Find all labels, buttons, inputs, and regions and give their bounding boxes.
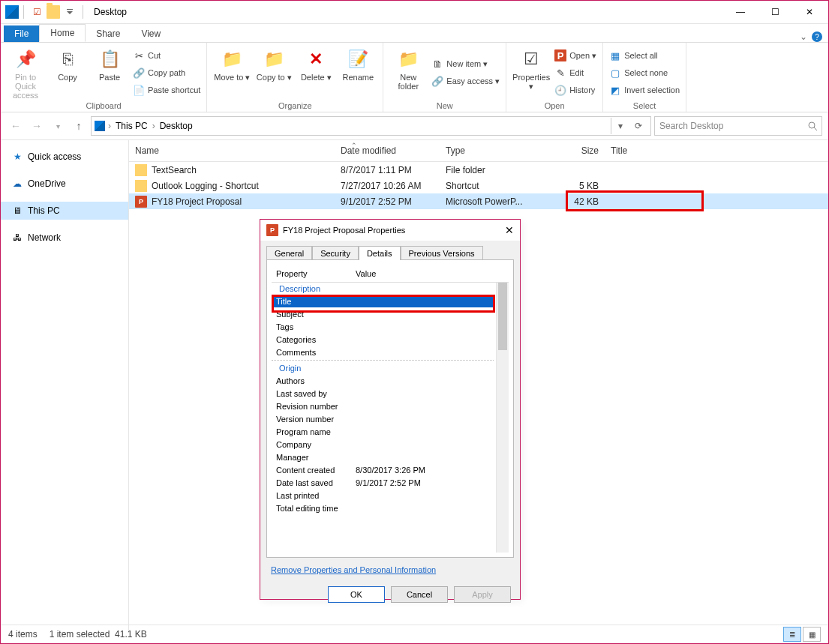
property-row[interactable]: Manager — [272, 451, 509, 463]
file-date: 9/1/2017 2:52 PM — [335, 196, 440, 207]
property-row[interactable]: Last saved by — [272, 387, 509, 400]
pin-to-quick-access-button[interactable]: 📌 Pin to Quick access — [7, 46, 44, 100]
folder-qat-icon[interactable] — [47, 5, 60, 19]
tab-details[interactable]: Details — [359, 246, 401, 260]
col-size[interactable]: Size — [540, 145, 605, 156]
col-title[interactable]: Title — [605, 145, 828, 156]
nav-network[interactable]: 🖧Network — [1, 229, 128, 247]
table-row[interactable]: Outlook Logging - Shortcut7/27/2017 10:2… — [129, 178, 828, 193]
select-all-button[interactable]: ▦Select all — [609, 48, 680, 63]
details-view-button[interactable]: ≣ — [783, 627, 801, 642]
breadcrumb[interactable]: › This PC › Desktop ▾ ⟳ — [91, 116, 651, 136]
property-value[interactable]: 8/30/2017 3:26 PM — [351, 466, 509, 475]
paste-button[interactable]: 📋 Paste — [91, 46, 128, 100]
file-type: File folder — [440, 165, 540, 175]
select-none-button[interactable]: ▢Select none — [609, 65, 680, 80]
property-row[interactable]: Program name — [272, 425, 509, 438]
property-row[interactable]: Total editing time — [272, 502, 509, 514]
property-row[interactable]: Title — [272, 295, 494, 307]
ok-button[interactable]: OK — [328, 586, 385, 603]
chevron-right-icon[interactable]: › — [152, 121, 155, 131]
chevron-right-icon[interactable]: › — [108, 121, 111, 131]
property-row[interactable]: Revision number — [272, 400, 509, 412]
move-to-button[interactable]: 📁Move to ▾ — [213, 46, 251, 100]
delete-icon: ✕ — [304, 47, 328, 71]
edit-button[interactable]: ✎Edit — [554, 65, 596, 80]
easy-access-button[interactable]: 🔗Easy access ▾ — [431, 74, 500, 89]
cancel-button[interactable]: Cancel — [391, 586, 448, 603]
tab-share[interactable]: Share — [86, 25, 131, 42]
crumb-desktop[interactable]: Desktop — [158, 121, 194, 131]
address-bar: ← → ▾ ↑ › This PC › Desktop ▾ ⟳ Search D… — [1, 112, 828, 140]
file-tab[interactable]: File — [4, 25, 39, 42]
new-folder-button[interactable]: 📁New folder — [389, 46, 427, 100]
property-row[interactable]: Date last saved9/1/2017 2:52 PM — [272, 476, 509, 489]
scrollbar-thumb[interactable] — [498, 283, 507, 350]
tab-security[interactable]: Security — [312, 246, 359, 260]
dialog-close-button[interactable]: ✕ — [505, 224, 514, 236]
property-row[interactable]: Company — [272, 438, 509, 451]
large-icons-view-button[interactable]: ▦ — [803, 627, 821, 642]
rename-button[interactable]: 📝Rename — [339, 46, 377, 100]
invert-selection-button[interactable]: ◩Invert selection — [609, 82, 680, 97]
apply-button[interactable]: Apply — [454, 586, 511, 603]
scrollbar[interactable] — [496, 283, 509, 553]
remove-properties-link[interactable]: Remove Properties and Personal Informati… — [260, 558, 446, 582]
header-property[interactable]: Property — [272, 269, 351, 278]
property-value[interactable]: 9/1/2017 2:52 PM — [351, 478, 509, 487]
history-button[interactable]: 🕘History — [554, 82, 596, 97]
col-type[interactable]: Type — [440, 145, 540, 156]
collapse-ribbon-icon[interactable]: ⌄ — [800, 31, 807, 42]
cut-button[interactable]: ✂Cut — [133, 48, 200, 63]
property-row[interactable]: Comments — [272, 346, 509, 358]
copy-button[interactable]: ⎘ Copy — [49, 46, 86, 100]
properties-qat-icon[interactable]: ☑ — [29, 4, 45, 20]
col-date[interactable]: Date modified — [335, 145, 440, 156]
refresh-button[interactable]: ⟳ — [629, 118, 647, 134]
qat-dropdown-icon[interactable] — [62, 4, 78, 20]
property-row[interactable]: Authors — [272, 374, 509, 387]
sort-indicator-icon: ⌃ — [351, 142, 357, 149]
minimize-button[interactable]: — — [723, 1, 758, 23]
property-row[interactable]: Content created8/30/2017 3:26 PM — [272, 463, 509, 476]
property-row[interactable]: Version number — [272, 412, 509, 425]
close-button[interactable]: ✕ — [792, 1, 827, 23]
copy-path-button[interactable]: 🔗Copy path — [133, 65, 200, 80]
copy-to-button[interactable]: 📁Copy to ▾ — [255, 46, 293, 100]
properties-button[interactable]: ☑Properties ▾ — [512, 46, 550, 100]
property-row[interactable]: Last printed — [272, 489, 509, 502]
table-row[interactable]: PFY18 Project Proposal9/1/2017 2:52 PMMi… — [129, 193, 828, 209]
crumb-this-pc[interactable]: This PC — [114, 121, 149, 131]
details-tab-page: Property Value Description TitleSubjectT… — [266, 259, 514, 558]
table-row[interactable]: TextSearch8/7/2017 1:11 PMFile folder — [129, 162, 828, 178]
new-item-button[interactable]: 🗎New item ▾ — [431, 57, 500, 72]
pin-icon: 📌 — [14, 47, 38, 71]
address-dropdown-icon[interactable]: ▾ — [611, 118, 629, 134]
dialog-buttons: OK Cancel Apply — [260, 582, 520, 607]
forward-button[interactable]: → — [28, 117, 46, 135]
tab-general[interactable]: General — [266, 246, 312, 260]
copy-icon: ⎘ — [56, 47, 80, 71]
nav-this-pc[interactable]: 🖥This PC — [1, 202, 128, 220]
nav-onedrive[interactable]: ☁OneDrive — [1, 175, 128, 193]
property-name: Last saved by — [272, 389, 351, 398]
nav-quick-access[interactable]: ★Quick access — [1, 148, 128, 166]
recent-locations-button[interactable]: ▾ — [49, 117, 67, 135]
col-name[interactable]: Name — [129, 145, 335, 156]
tab-view[interactable]: View — [131, 25, 171, 42]
search-input[interactable]: Search Desktop — [654, 116, 822, 136]
property-row[interactable]: Tags — [272, 320, 509, 333]
open-button[interactable]: POpen ▾ — [554, 48, 596, 63]
easy-access-icon: 🔗 — [431, 76, 443, 88]
property-row[interactable]: Subject — [272, 307, 509, 320]
tab-previous-versions[interactable]: Previous Versions — [401, 246, 483, 260]
header-value[interactable]: Value — [351, 269, 509, 278]
maximize-button[interactable]: ☐ — [758, 1, 792, 23]
paste-shortcut-button[interactable]: 📄Paste shortcut — [133, 82, 200, 97]
tab-home[interactable]: Home — [39, 24, 86, 42]
help-icon[interactable]: ? — [812, 31, 822, 42]
up-button[interactable]: ↑ — [70, 117, 88, 135]
property-row[interactable]: Categories — [272, 333, 509, 346]
back-button[interactable]: ← — [7, 117, 25, 135]
delete-button[interactable]: ✕Delete ▾ — [297, 46, 335, 100]
